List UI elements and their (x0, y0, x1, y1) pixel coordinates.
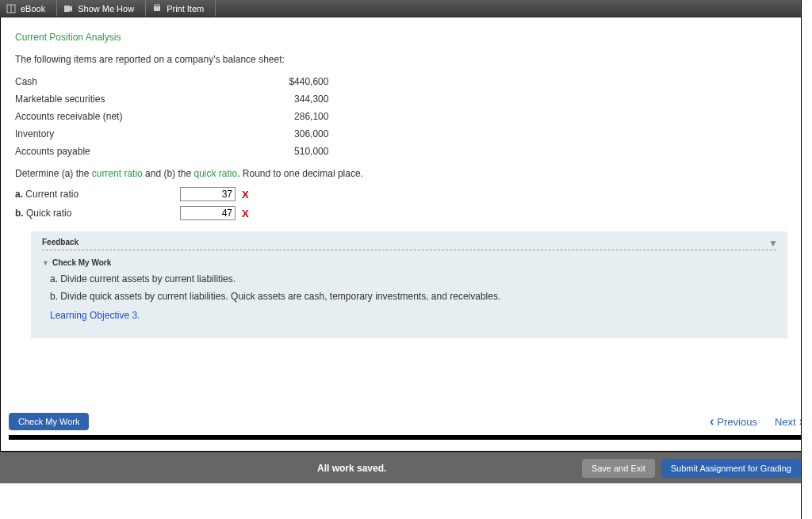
right-border (801, 0, 812, 519)
check-my-work-header[interactable]: ▼ Check My Work (42, 258, 776, 267)
saved-status: All work saved. (317, 463, 386, 474)
balance-sheet-table: Cash $440,600 Marketable securities 344,… (15, 73, 336, 160)
bs-label: Inventory (15, 125, 130, 143)
feedback-title: Feedback (42, 238, 776, 250)
table-row: Cash $440,600 (15, 73, 336, 90)
page-title: Current Position Analysis (15, 32, 803, 43)
chevron-down-icon: ▼ (42, 259, 49, 267)
answer-row-b: b. Quick ratio X (15, 206, 803, 220)
answer-b-label: b. Quick ratio (15, 208, 174, 219)
determine-text: Determine (a) the current ratio and (b) … (15, 168, 803, 179)
top-toolbar: eBook Show Me How Print Item (0, 0, 812, 17)
svg-marker-3 (70, 6, 72, 12)
nav-pair: ‹ Previous Next › (710, 414, 803, 429)
toolbar-show-me-how[interactable]: Show Me How (57, 0, 146, 17)
print-icon (152, 4, 162, 13)
save-and-exit-button[interactable]: Save and Exit (582, 459, 655, 478)
quick-ratio-input[interactable] (180, 206, 236, 220)
bs-value: 510,000 (130, 143, 336, 160)
bs-label: Accounts payable (15, 143, 130, 160)
book-icon (6, 4, 16, 13)
table-row: Accounts receivable (net) 286,100 (15, 108, 336, 125)
previous-link[interactable]: ‹ Previous (710, 414, 757, 429)
bs-value: 286,100 (130, 108, 336, 125)
toolbar-show-me-how-label: Show Me How (78, 4, 134, 13)
bottom-nav-row: Check My Work ‹ Previous Next › (9, 413, 803, 440)
answer-row-a: a. Current ratio X (15, 187, 803, 201)
footer-buttons: Save and Exit Submit Assignment for Grad… (582, 459, 801, 478)
bs-label: Accounts receivable (net) (15, 108, 130, 125)
learning-objective-link[interactable]: Learning Objective 3. (50, 310, 776, 321)
chevron-left-icon: ‹ (710, 414, 714, 429)
toolbar-ebook[interactable]: eBook (0, 0, 57, 17)
current-ratio-input[interactable] (180, 187, 236, 201)
wrong-icon: X (242, 208, 249, 219)
quick-ratio-term: quick ratio (193, 168, 237, 179)
feedback-line-b: b. Divide quick assets by current liabil… (50, 291, 776, 302)
bs-label: Marketable securities (15, 90, 130, 108)
bs-value: 344,300 (130, 90, 336, 108)
bs-value: 306,000 (130, 125, 336, 143)
bs-value: $440,600 (130, 73, 336, 90)
current-ratio-term: current ratio (92, 168, 143, 179)
toolbar-ebook-label: eBook (21, 4, 45, 13)
intro-text: The following items are reported on a co… (15, 54, 803, 65)
svg-rect-2 (64, 6, 70, 12)
bs-label: Cash (15, 73, 130, 90)
feedback-line-a: a. Divide current assets by current liab… (50, 273, 776, 284)
toolbar-print-item[interactable]: Print Item (146, 0, 216, 17)
footer-bar: All work saved. Save and Exit Submit Ass… (0, 452, 812, 483)
wrong-icon: X (242, 189, 249, 200)
collapse-icon[interactable]: ▼ (768, 238, 778, 249)
svg-rect-5 (155, 5, 159, 7)
next-link[interactable]: Next › (775, 414, 803, 429)
toolbar-spacer (216, 0, 812, 17)
table-row: Inventory 306,000 (15, 125, 336, 143)
feedback-panel: Feedback ▼ ▼ Check My Work a. Divide cur… (31, 231, 787, 338)
table-row: Marketable securities 344,300 (15, 90, 336, 108)
video-icon (63, 4, 73, 13)
toolbar-print-item-label: Print Item (167, 4, 204, 13)
answer-a-label: a. Current ratio (15, 189, 174, 200)
submit-assignment-button[interactable]: Submit Assignment for Grading (661, 459, 801, 478)
content-area: Current Position Analysis The following … (0, 17, 812, 452)
table-row: Accounts payable 510,000 (15, 143, 336, 160)
check-my-work-button[interactable]: Check My Work (9, 413, 89, 430)
